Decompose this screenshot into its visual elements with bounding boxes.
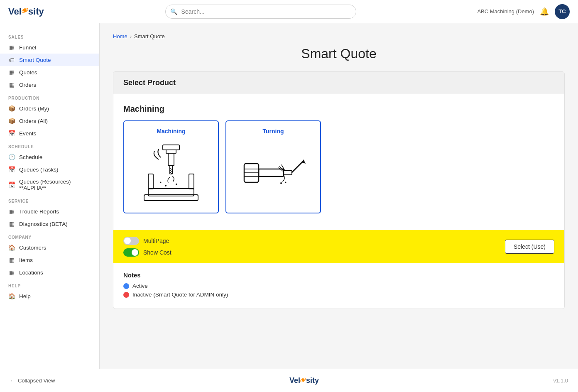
search-input[interactable] <box>165 5 356 19</box>
sidebar-item-orders-all-[interactable]: 📦Orders (All) <box>0 115 99 127</box>
options-bar: MultiPage Show Cost Select (Use) <box>113 230 564 263</box>
sidebar-item-orders[interactable]: ▦Orders <box>0 78 99 91</box>
sidebar-grid-icon: ▦ <box>8 69 15 76</box>
sidebar-item-funnel[interactable]: ▦Funnel <box>0 41 99 54</box>
toggle-group: MultiPage Show Cost <box>123 237 171 257</box>
card-body: Machining Machining <box>113 94 564 223</box>
toggle-row-showcost: Show Cost <box>123 248 171 257</box>
sidebar-item-events[interactable]: 📅Events <box>0 127 99 140</box>
card-header: Select Product <box>113 72 564 94</box>
product-card-turning[interactable]: Turning <box>225 120 321 213</box>
sidebar-section-help: HELP <box>0 279 99 290</box>
sidebar-item-schedule[interactable]: 🕐Schedule <box>0 151 99 163</box>
breadcrumb-current: Smart Quote <box>134 33 165 39</box>
svg-rect-21 <box>284 171 292 175</box>
breadcrumb-separator: › <box>130 33 132 39</box>
sidebar-item-label: Funnel <box>19 44 36 51</box>
search-icon: 🔍 <box>170 8 177 15</box>
sidebar-box-icon: 📦 <box>8 118 15 124</box>
svg-rect-4 <box>168 153 174 166</box>
header-right: ABC Machining (Demo) 🔔 TC <box>477 4 570 19</box>
sidebar-item-label: Help <box>19 293 31 299</box>
search-bar: 🔍 <box>165 5 356 19</box>
sidebar-section-company: COMPANY <box>0 230 99 241</box>
sidebar-calendar-icon: 📅 <box>8 130 15 137</box>
inactive-note-text: Inactive (Smart Quote for ADMIN only) <box>132 292 228 298</box>
company-label: ABC Machining (Demo) <box>477 8 534 15</box>
sidebar-item-queues-resources-alpha-[interactable]: 📅Queues (Resources) **ALPHA** <box>0 176 99 194</box>
sidebar-grid-icon: ▦ <box>8 257 15 263</box>
sidebar-section-production: PRODUCTION <box>0 91 99 102</box>
footer-logo: Vel sity <box>289 376 319 385</box>
notification-icon[interactable]: 🔔 <box>540 7 549 16</box>
sidebar-item-queues-tasks-[interactable]: 📅Queues (Tasks) <box>0 163 99 176</box>
machining-section-title: Machining <box>123 104 554 114</box>
notes-title: Notes <box>123 272 554 279</box>
sidebar-item-locations[interactable]: ▦Locations <box>0 266 99 279</box>
sidebar-tag-icon: 🏷 <box>8 56 15 63</box>
sidebar-item-quotes[interactable]: ▦Quotes <box>0 66 99 78</box>
avatar[interactable]: TC <box>555 4 570 19</box>
svg-rect-11 <box>148 174 153 189</box>
sidebar-item-diagnostics-beta-[interactable]: ▦Diagnostics (BETA) <box>0 218 99 230</box>
collapsed-view-button[interactable]: ← Collapsed View <box>10 377 55 384</box>
svg-rect-20 <box>259 169 284 176</box>
sidebar-item-label: Diagnostics (BETA) <box>19 221 68 227</box>
svg-rect-2 <box>163 145 179 150</box>
sidebar-item-label: Queues (Tasks) <box>19 167 59 173</box>
svg-point-15 <box>160 181 162 183</box>
logo: Vel sity <box>8 6 44 17</box>
note-active: Active <box>123 283 554 289</box>
main-content: Home › Smart Quote Smart Quote Select Pr… <box>100 23 578 392</box>
multipage-toggle[interactable] <box>123 237 139 245</box>
svg-point-27 <box>280 182 282 184</box>
sidebar-item-trouble-reports[interactable]: ▦Trouble Reports <box>0 205 99 218</box>
svg-rect-12 <box>189 174 194 189</box>
sidebar-item-help[interactable]: 🏠Help <box>0 290 99 302</box>
sidebar-calendar-icon: 📅 <box>8 181 15 188</box>
sidebar-item-label: Schedule <box>19 154 42 160</box>
logo-orbit-icon <box>22 7 28 14</box>
breadcrumb-home[interactable]: Home <box>113 33 127 39</box>
sidebar-section-service: SERVICE <box>0 194 99 205</box>
sidebar-item-label: Orders (My) <box>19 105 49 112</box>
sidebar-home-icon: 🏠 <box>8 293 15 299</box>
showcost-label: Show Cost <box>143 249 171 256</box>
machining-icon <box>134 140 208 206</box>
svg-point-28 <box>285 181 287 183</box>
sidebar-item-label: Items <box>19 257 33 263</box>
app-footer: ← Collapsed View Vel sity v1.1.0 <box>0 369 578 392</box>
app-header: Vel sity 🔍 ABC Machining (Demo) 🔔 TC <box>0 0 578 23</box>
svg-point-14 <box>176 184 177 185</box>
sidebar-item-label: Smart Quote <box>19 57 51 63</box>
sidebar-grid-icon: ▦ <box>8 44 15 51</box>
svg-rect-3 <box>166 150 176 153</box>
sidebar-item-items[interactable]: ▦Items <box>0 254 99 266</box>
sidebar-grid-icon: ▦ <box>8 220 15 227</box>
sidebar-item-orders-my-[interactable]: 📦Orders (My) <box>0 102 99 115</box>
product-card-machining-label: Machining <box>157 128 185 135</box>
toggle-row-multipage: MultiPage <box>123 237 171 245</box>
svg-point-13 <box>165 185 167 186</box>
breadcrumb: Home › Smart Quote <box>113 33 565 39</box>
sidebar-item-label: Events <box>19 130 36 137</box>
sidebar-item-customers[interactable]: 🏠Customers <box>0 241 99 254</box>
product-card-machining[interactable]: Machining <box>123 120 219 213</box>
sidebar-grid-icon: ▦ <box>8 208 15 215</box>
sidebar-grid-icon: ▦ <box>8 81 15 88</box>
select-use-button[interactable]: Select (Use) <box>505 240 554 254</box>
showcost-toggle[interactable] <box>123 248 139 257</box>
sidebar-section-schedule: SCHEDULE <box>0 140 99 151</box>
sidebar: SALES▦Funnel🏷Smart Quote▦Quotes▦OrdersPR… <box>0 23 100 369</box>
page-title: Smart Quote <box>113 46 565 61</box>
select-product-card: Select Product Machining Machining <box>113 71 565 309</box>
active-dot <box>123 283 129 289</box>
product-grid: Machining <box>123 120 554 213</box>
sidebar-clock-icon: 🕐 <box>8 154 15 160</box>
sidebar-item-label: Quotes <box>19 69 37 76</box>
sidebar-item-label: Orders (All) <box>19 118 48 124</box>
sidebar-item-smart-quote[interactable]: 🏷Smart Quote <box>0 54 99 66</box>
card-header-title: Select Product <box>123 78 554 87</box>
sidebar-item-label: Locations <box>19 270 43 276</box>
footer-logo-icon <box>300 377 306 383</box>
